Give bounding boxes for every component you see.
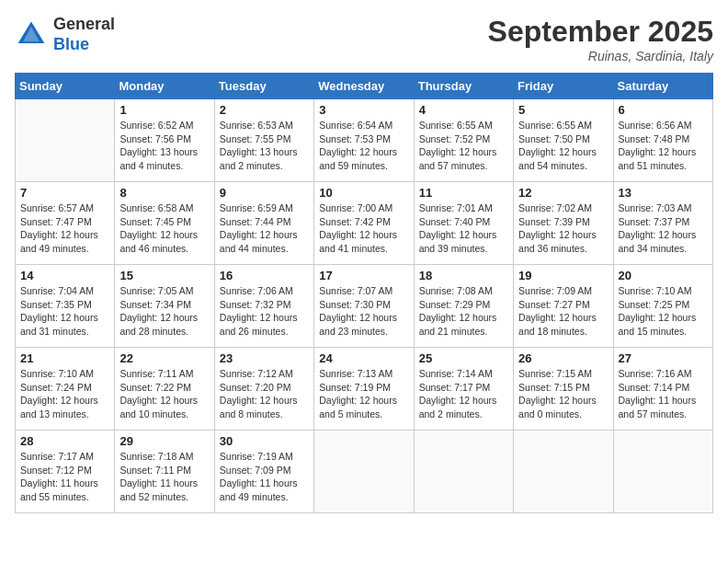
day-info: Sunrise: 7:10 AMSunset: 7:24 PMDaylight:… [20, 367, 109, 421]
calendar-cell: 26Sunrise: 7:15 AMSunset: 7:15 PMDayligh… [514, 348, 613, 431]
day-info: Sunrise: 7:11 AMSunset: 7:22 PMDaylight:… [119, 367, 209, 421]
calendar-cell: 4Sunrise: 6:55 AMSunset: 7:52 PMDaylight… [414, 99, 513, 182]
day-number: 17 [319, 269, 408, 282]
day-header-tuesday: Tuesday [214, 74, 313, 99]
day-info: Sunrise: 7:06 AMSunset: 7:32 PMDaylight:… [220, 284, 309, 339]
day-number: 8 [119, 186, 209, 200]
day-info: Sunrise: 7:08 AMSunset: 7:29 PMDaylight:… [419, 284, 508, 339]
day-number: 21 [20, 351, 109, 365]
days-header-row: SundayMondayTuesdayWednesdayThursdayFrid… [16, 74, 713, 99]
calendar-cell: 25Sunrise: 7:14 AMSunset: 7:17 PMDayligh… [414, 348, 513, 431]
day-number: 11 [419, 186, 508, 200]
day-info: Sunrise: 7:07 AMSunset: 7:30 PMDaylight:… [319, 284, 408, 339]
day-number: 30 [220, 434, 309, 448]
day-info: Sunrise: 7:14 AMSunset: 7:17 PMDaylight:… [419, 367, 508, 421]
week-row-1: 1Sunrise: 6:52 AMSunset: 7:56 PMDaylight… [16, 99, 713, 182]
day-info: Sunrise: 7:00 AMSunset: 7:42 PMDaylight:… [319, 201, 408, 256]
calendar-cell: 17Sunrise: 7:07 AMSunset: 7:30 PMDayligh… [314, 265, 414, 348]
calendar-cell: 27Sunrise: 7:16 AMSunset: 7:14 PMDayligh… [613, 348, 712, 431]
day-info: Sunrise: 7:18 AMSunset: 7:11 PMDaylight:… [119, 450, 209, 504]
day-number: 10 [319, 186, 408, 200]
week-row-3: 14Sunrise: 7:04 AMSunset: 7:35 PMDayligh… [16, 265, 713, 348]
calendar-cell [514, 431, 613, 513]
day-header-sunday: Sunday [16, 74, 115, 99]
day-info: Sunrise: 7:09 AMSunset: 7:27 PMDaylight:… [518, 284, 608, 339]
calendar-cell [16, 99, 115, 182]
day-info: Sunrise: 7:02 AMSunset: 7:39 PMDaylight:… [518, 201, 608, 256]
day-number: 29 [119, 434, 209, 448]
day-info: Sunrise: 7:13 AMSunset: 7:19 PMDaylight:… [319, 367, 408, 421]
calendar-cell: 22Sunrise: 7:11 AMSunset: 7:22 PMDayligh… [115, 348, 214, 431]
day-info: Sunrise: 7:10 AMSunset: 7:25 PMDaylight:… [619, 284, 708, 339]
week-row-2: 7Sunrise: 6:57 AMSunset: 7:47 PMDaylight… [16, 182, 713, 265]
day-info: Sunrise: 7:03 AMSunset: 7:37 PMDaylight:… [619, 201, 708, 256]
calendar-cell: 5Sunrise: 6:55 AMSunset: 7:50 PMDaylight… [514, 99, 613, 182]
calendar-cell: 1Sunrise: 6:52 AMSunset: 7:56 PMDaylight… [115, 99, 214, 182]
calendar-cell: 16Sunrise: 7:06 AMSunset: 7:32 PMDayligh… [214, 265, 313, 348]
day-number: 26 [518, 351, 608, 365]
day-info: Sunrise: 6:55 AMSunset: 7:50 PMDaylight:… [518, 119, 608, 173]
calendar-cell: 21Sunrise: 7:10 AMSunset: 7:24 PMDayligh… [16, 348, 115, 431]
day-info: Sunrise: 6:59 AMSunset: 7:44 PMDaylight:… [220, 201, 309, 256]
logo-text: General Blue [53, 15, 115, 54]
day-info: Sunrise: 6:52 AMSunset: 7:56 PMDaylight:… [119, 119, 209, 173]
day-number: 25 [419, 351, 508, 365]
calendar-cell: 19Sunrise: 7:09 AMSunset: 7:27 PMDayligh… [514, 265, 613, 348]
calendar-cell [613, 431, 712, 513]
day-number: 14 [20, 269, 109, 282]
day-number: 4 [419, 103, 508, 117]
day-info: Sunrise: 7:15 AMSunset: 7:15 PMDaylight:… [518, 367, 608, 421]
calendar-cell: 13Sunrise: 7:03 AMSunset: 7:37 PMDayligh… [613, 182, 712, 265]
calendar-cell: 29Sunrise: 7:18 AMSunset: 7:11 PMDayligh… [115, 431, 214, 513]
day-number: 19 [518, 269, 608, 282]
day-number: 28 [20, 434, 109, 448]
day-header-saturday: Saturday [613, 74, 712, 99]
calendar-cell: 24Sunrise: 7:13 AMSunset: 7:19 PMDayligh… [314, 348, 414, 431]
day-number: 24 [319, 351, 408, 365]
week-row-5: 28Sunrise: 7:17 AMSunset: 7:12 PMDayligh… [16, 431, 713, 513]
day-header-wednesday: Wednesday [314, 74, 414, 99]
calendar-cell: 20Sunrise: 7:10 AMSunset: 7:25 PMDayligh… [613, 265, 712, 348]
day-number: 5 [518, 103, 608, 117]
day-number: 6 [619, 103, 708, 117]
day-number: 15 [119, 269, 209, 282]
calendar-cell: 2Sunrise: 6:53 AMSunset: 7:55 PMDaylight… [214, 99, 313, 182]
day-header-thursday: Thursday [414, 74, 513, 99]
day-header-friday: Friday [514, 74, 613, 99]
calendar-cell: 30Sunrise: 7:19 AMSunset: 7:09 PMDayligh… [214, 431, 313, 513]
logo: General Blue [15, 15, 115, 54]
calendar-cell: 11Sunrise: 7:01 AMSunset: 7:40 PMDayligh… [414, 182, 513, 265]
calendar-cell: 3Sunrise: 6:54 AMSunset: 7:53 PMDaylight… [314, 99, 414, 182]
calendar-cell: 23Sunrise: 7:12 AMSunset: 7:20 PMDayligh… [214, 348, 313, 431]
calendar-cell: 10Sunrise: 7:00 AMSunset: 7:42 PMDayligh… [314, 182, 414, 265]
day-info: Sunrise: 6:55 AMSunset: 7:52 PMDaylight:… [419, 119, 508, 173]
day-number: 9 [220, 186, 309, 200]
day-number: 23 [220, 351, 309, 365]
day-number: 7 [20, 186, 109, 200]
logo-icon [15, 18, 48, 52]
day-info: Sunrise: 7:05 AMSunset: 7:34 PMDaylight:… [119, 284, 209, 339]
page-header: General Blue September 2025 Ruinas, Sard… [15, 15, 713, 63]
week-row-4: 21Sunrise: 7:10 AMSunset: 7:24 PMDayligh… [16, 348, 713, 431]
day-info: Sunrise: 6:53 AMSunset: 7:55 PMDaylight:… [220, 119, 309, 173]
day-number: 3 [319, 103, 408, 117]
day-info: Sunrise: 7:04 AMSunset: 7:35 PMDaylight:… [20, 284, 109, 339]
calendar-cell: 28Sunrise: 7:17 AMSunset: 7:12 PMDayligh… [16, 431, 115, 513]
day-info: Sunrise: 6:56 AMSunset: 7:48 PMDaylight:… [619, 119, 708, 173]
calendar-table: SundayMondayTuesdayWednesdayThursdayFrid… [15, 73, 713, 513]
day-number: 20 [619, 269, 708, 282]
location: Ruinas, Sardinia, Italy [488, 49, 713, 63]
calendar-cell: 8Sunrise: 6:58 AMSunset: 7:45 PMDaylight… [115, 182, 214, 265]
day-info: Sunrise: 6:57 AMSunset: 7:47 PMDaylight:… [20, 201, 109, 256]
title-block: September 2025 Ruinas, Sardinia, Italy [488, 15, 713, 63]
month-title: September 2025 [488, 15, 713, 49]
calendar-cell: 18Sunrise: 7:08 AMSunset: 7:29 PMDayligh… [414, 265, 513, 348]
day-info: Sunrise: 7:01 AMSunset: 7:40 PMDaylight:… [419, 201, 508, 256]
calendar-cell: 14Sunrise: 7:04 AMSunset: 7:35 PMDayligh… [16, 265, 115, 348]
day-info: Sunrise: 7:19 AMSunset: 7:09 PMDaylight:… [220, 450, 309, 504]
day-info: Sunrise: 7:17 AMSunset: 7:12 PMDaylight:… [20, 450, 109, 504]
calendar-cell: 15Sunrise: 7:05 AMSunset: 7:34 PMDayligh… [115, 265, 214, 348]
calendar-cell [314, 431, 414, 513]
day-number: 1 [119, 103, 209, 117]
day-number: 2 [220, 103, 309, 117]
